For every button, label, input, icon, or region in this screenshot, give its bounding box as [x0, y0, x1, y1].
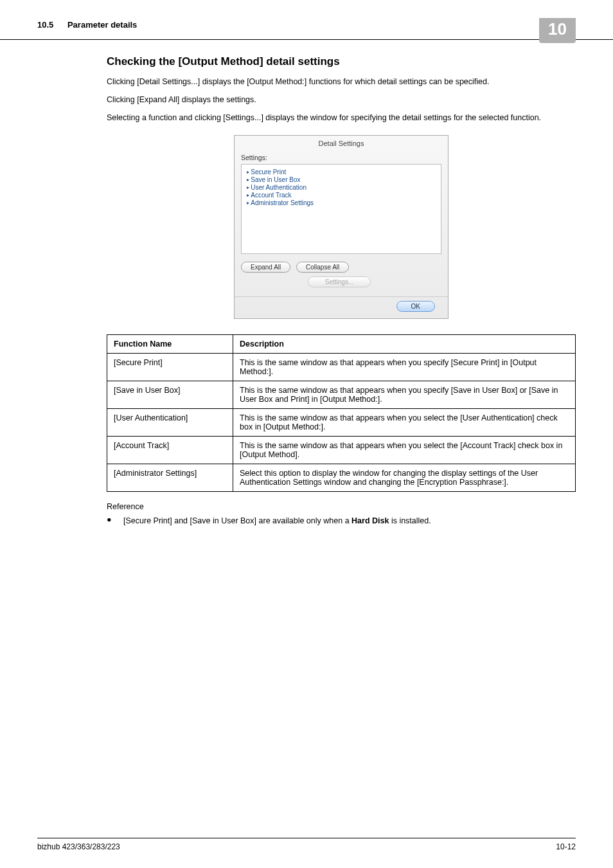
page-heading: Checking the [Output Method] detail sett…: [107, 55, 576, 68]
fn-name: [Account Track]: [107, 437, 233, 464]
collapse-all-button[interactable]: Collapse All: [296, 262, 349, 273]
fn-name: [User Authentication]: [107, 409, 233, 437]
ref-bold: Hard Disk: [351, 516, 389, 525]
function-table: Function Name Description [Secure Print]…: [107, 334, 576, 492]
list-item-account-track[interactable]: Account Track: [247, 192, 436, 199]
fn-desc: This is the same window as that appears …: [233, 354, 576, 381]
table-row: [Secure Print] This is the same window a…: [107, 354, 576, 381]
fn-name: [Administrator Settings]: [107, 464, 233, 492]
th-function-name: Function Name: [107, 335, 233, 354]
dialog-settings-list[interactable]: Secure Print Save in User Box User Authe…: [241, 164, 441, 254]
fn-desc: This is the same window as that appears …: [233, 409, 576, 437]
table-header-row: Function Name Description: [107, 335, 576, 354]
page-footer: bizhub 423/363/283/223 10-12: [37, 838, 576, 851]
settings-button[interactable]: Settings...: [308, 276, 371, 287]
dialog-expand-row: Expand All Collapse All: [235, 254, 448, 276]
detail-settings-dialog: Detail Settings Settings: Secure Print S…: [234, 135, 449, 319]
fn-name: [Save in User Box]: [107, 381, 233, 409]
expand-all-button[interactable]: Expand All: [241, 262, 290, 273]
dialog-title: Detail Settings: [235, 136, 448, 154]
list-item-secure-print[interactable]: Secure Print: [247, 168, 436, 176]
list-item-user-authentication[interactable]: User Authentication: [247, 184, 436, 191]
fn-desc: Select this option to display the window…: [233, 464, 576, 492]
table-row: [Administrator Settings] Select this opt…: [107, 464, 576, 492]
table-row: [Save in User Box] This is the same wind…: [107, 381, 576, 409]
content-area: Checking the [Output Method] detail sett…: [0, 40, 613, 527]
list-item-administrator-settings[interactable]: Administrator Settings: [247, 199, 436, 206]
page-header: 10.5 Parameter details 10: [0, 0, 613, 40]
reference-text: [Secure Print] and [Save in User Box] ar…: [123, 515, 576, 527]
dialog-footer: OK: [235, 296, 448, 318]
section-title: Parameter details: [67, 20, 137, 30]
paragraph-2: Clicking [Expand All] displays the setti…: [107, 94, 576, 105]
footer-right: 10-12: [556, 842, 576, 851]
header-left: 10.5 Parameter details: [37, 20, 539, 30]
dialog-settings-label: Settings:: [235, 154, 448, 164]
th-description: Description: [233, 335, 576, 354]
fn-name: [Secure Print]: [107, 354, 233, 381]
list-item-save-user-box[interactable]: Save in User Box: [247, 176, 436, 183]
section-number: 10.5: [37, 20, 53, 30]
ok-button[interactable]: OK: [396, 301, 435, 312]
paragraph-3: Selecting a function and clicking [Setti…: [107, 112, 576, 123]
table-row: [Account Track] This is the same window …: [107, 437, 576, 464]
paragraph-1: Clicking [Detail Settings...] displays t…: [107, 76, 576, 87]
table-row: [User Authentication] This is the same w…: [107, 409, 576, 437]
footer-left: bizhub 423/363/283/223: [37, 842, 120, 851]
bullet-icon: ●: [107, 515, 123, 527]
ref-pre: [Secure Print] and [Save in User Box] ar…: [123, 516, 351, 525]
chapter-badge: 10: [539, 18, 576, 43]
ref-post: is installed.: [389, 516, 431, 525]
dialog-settings-row: Settings...: [235, 276, 448, 294]
fn-desc: This is the same window as that appears …: [233, 437, 576, 464]
reference-bullet: ● [Secure Print] and [Save in User Box] …: [107, 515, 576, 527]
reference-label: Reference: [107, 502, 576, 511]
fn-desc: This is the same window as that appears …: [233, 381, 576, 409]
